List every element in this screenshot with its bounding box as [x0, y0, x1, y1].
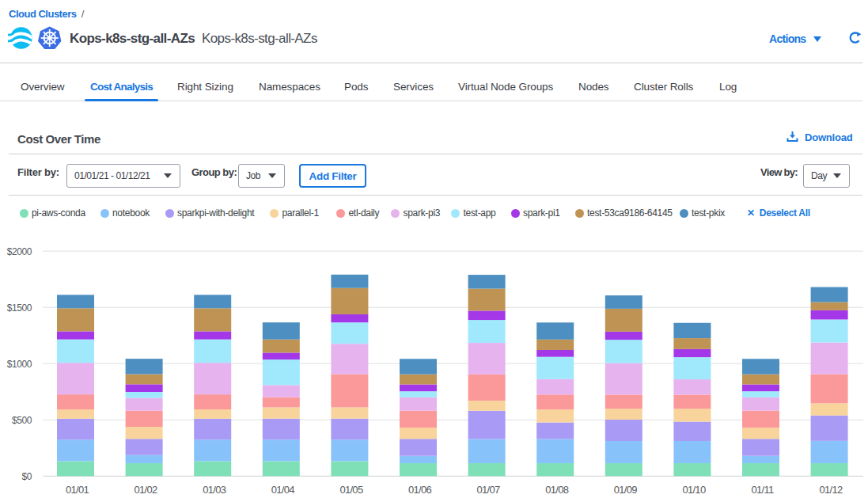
svg-text:01/10: 01/10 [682, 484, 706, 496]
svg-text:01/08: 01/08 [545, 484, 569, 496]
svg-text:01/01: 01/01 [66, 484, 89, 496]
svg-text:01/06: 01/06 [408, 484, 432, 496]
svg-text:$500: $500 [12, 415, 32, 426]
svg-text:$1500: $1500 [7, 302, 32, 314]
svg-text:01/03: 01/03 [203, 484, 226, 496]
svg-text:01/04: 01/04 [271, 484, 295, 496]
svg-text:01/12: 01/12 [820, 484, 843, 496]
svg-text:01/02: 01/02 [135, 484, 158, 496]
svg-text:01/09: 01/09 [614, 484, 638, 496]
svg-text:$1000: $1000 [7, 359, 32, 370]
svg-text:01/07: 01/07 [477, 484, 501, 496]
svg-text:$2000: $2000 [7, 246, 32, 257]
svg-text:01/05: 01/05 [339, 484, 363, 496]
svg-text:01/11: 01/11 [751, 484, 774, 496]
svg-text:$0: $0 [21, 471, 32, 482]
